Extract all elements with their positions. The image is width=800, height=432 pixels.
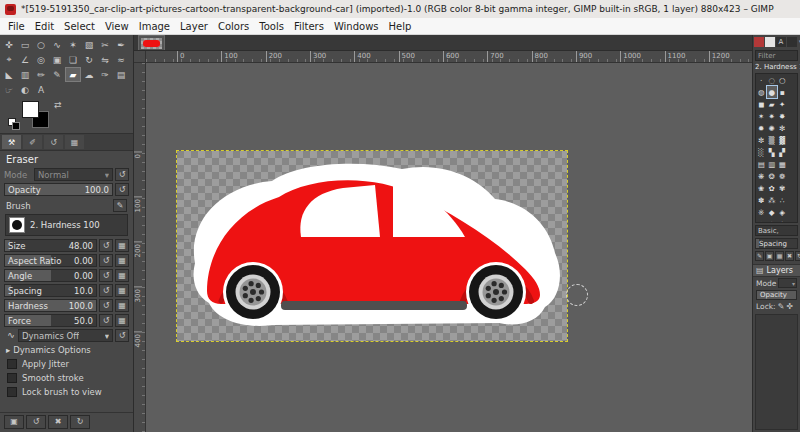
spacing-slider[interactable]: Spacing10.0 (4, 284, 97, 297)
size-reset-button[interactable]: ↺ (99, 239, 113, 252)
tool-move[interactable]: ✜ (1, 37, 17, 52)
brush-cell[interactable]: ❂ (767, 170, 778, 182)
dock-tab-gradients[interactable] (787, 37, 797, 47)
brush-cell[interactable]: ▦ (777, 158, 788, 170)
tool-scissors-select[interactable]: ✂ (97, 37, 113, 52)
tab-device-status[interactable]: ✐ (23, 135, 42, 149)
force-reset-button[interactable]: ↺ (99, 314, 113, 327)
brush-cell[interactable]: ◆ (767, 206, 778, 218)
size-slider[interactable]: Size48.00 (4, 239, 97, 252)
delete-preset-button[interactable]: ✖ (48, 415, 68, 429)
tool-color-picker[interactable]: ⌖ (1, 52, 17, 67)
delete-brush-button[interactable]: ✖ (785, 251, 794, 261)
brush-cell[interactable]: · (756, 74, 767, 86)
angle-reset-button[interactable]: ↺ (99, 269, 113, 282)
brush-cell[interactable]: ❀ (756, 182, 767, 194)
layers-tab[interactable]: ▤ Layers (753, 264, 800, 277)
refresh-brushes-button[interactable]: ↻ (795, 251, 800, 261)
brush-cell[interactable]: ❋ (756, 170, 767, 182)
menu-layer[interactable]: Layer (175, 20, 213, 33)
angle-slider[interactable]: Angle0.00 (4, 269, 97, 282)
force-slider[interactable]: Force50.0 (4, 314, 97, 327)
menu-file[interactable]: File (3, 20, 30, 33)
mode-reset-button[interactable]: ↺ (115, 168, 129, 181)
brush-cell[interactable]: ▤ (756, 158, 767, 170)
tool-select-by-color[interactable]: ▧ (81, 37, 97, 52)
tool-ellipse-select[interactable]: ○ (33, 37, 49, 52)
horizontal-ruler[interactable]: 0100200300400500600700800900100011001200 (146, 51, 752, 63)
foreground-color-swatch[interactable] (22, 101, 39, 118)
brush-cell[interactable]: ✹ (756, 122, 767, 134)
duplicate-brush-button[interactable]: ▦ (775, 251, 784, 261)
new-brush-button[interactable]: ▣ (765, 251, 774, 261)
size-link-button[interactable]: ▦ (115, 239, 129, 252)
tool-zoom[interactable]: ◎ (33, 52, 49, 67)
tool-paths[interactable]: ✒ (113, 37, 129, 52)
menu-image[interactable]: Image (134, 20, 175, 33)
tool-rectangle-select[interactable]: ▭ (17, 37, 33, 52)
lock-pixels-icon[interactable]: ✎ (778, 302, 785, 311)
tool-dodge-burn[interactable]: ◐ (17, 82, 33, 97)
tool-smudge[interactable]: ☞ (1, 82, 17, 97)
opacity-slider[interactable]: Opacity 100.0 (4, 183, 113, 196)
brush-cell[interactable]: ▞ (777, 146, 788, 158)
tool-airbrush[interactable]: ☁ (81, 67, 97, 82)
edit-brush-action-button[interactable]: ✎ (755, 251, 764, 261)
menu-select[interactable]: Select (59, 20, 100, 33)
brush-cell[interactable]: ▪ (777, 86, 788, 98)
mode-dropdown[interactable]: Normal ▾ (34, 168, 113, 181)
brush-cell[interactable]: ▰ (767, 98, 778, 110)
checkbox-apply-jitter[interactable]: Apply Jitter (0, 357, 133, 371)
edit-brush-button[interactable]: ✎ (113, 199, 127, 212)
reset-tool-button[interactable]: ↻ (70, 415, 90, 429)
tab-undo-history[interactable]: ↺ (44, 135, 63, 149)
canvas-tab[interactable] (138, 35, 165, 50)
brush-cell[interactable]: ✼ (756, 134, 767, 146)
restore-preset-button[interactable]: ↺ (26, 415, 46, 429)
menu-colors[interactable]: Colors (213, 20, 254, 33)
hardness-link-button[interactable]: ▦ (115, 299, 129, 312)
brush-cell[interactable]: ▒ (767, 134, 778, 146)
menu-tools[interactable]: Tools (254, 20, 289, 33)
save-preset-button[interactable]: ▣ (4, 415, 24, 429)
tool-fuzzy-select[interactable]: ✶ (65, 37, 81, 52)
brush-cell[interactable]: ░ (756, 146, 767, 158)
tool-eraser[interactable]: ▰ (65, 67, 81, 82)
tool-measure[interactable]: ∠ (17, 52, 33, 67)
canvas-viewport[interactable] (146, 63, 752, 432)
opacity-reset-button[interactable]: ↺ (115, 183, 129, 196)
aspect-ratio-slider[interactable]: Aspect Ratio0.00 (4, 254, 97, 267)
tool-crop[interactable]: ▣ (49, 52, 65, 67)
brush-cell[interactable]: ✾ (777, 182, 788, 194)
force-link-button[interactable]: ▦ (115, 314, 129, 327)
brush-spacing-slider[interactable]: Spacing (755, 238, 798, 249)
tool-gradient[interactable]: ▥ (17, 67, 33, 82)
hardness-reset-button[interactable]: ↺ (99, 299, 113, 312)
ruler-corner[interactable] (134, 51, 146, 63)
tool-bucket-fill[interactable]: ◣ (1, 67, 17, 82)
dynamics-dropdown[interactable]: Dynamics Off ▾ (18, 329, 113, 342)
checkbox-smooth-stroke[interactable]: Smooth stroke (0, 371, 133, 385)
spacing-link-button[interactable]: ▦ (115, 284, 129, 297)
brush-cell[interactable]: ✽ (756, 194, 767, 206)
brush-cell[interactable]: ✷ (767, 110, 778, 122)
lock-position-icon[interactable]: ✜ (786, 302, 793, 311)
brush-cell[interactable]: ▚ (767, 146, 778, 158)
brush-cell[interactable]: ◌ (767, 74, 778, 86)
layer-opacity-slider[interactable]: Opacity (756, 290, 797, 300)
brush-cell[interactable]: ✶ (756, 110, 767, 122)
brush-selector[interactable]: 2. Hardness 100 (5, 214, 128, 236)
tool-pencil[interactable]: ✏ (33, 67, 49, 82)
aspect-ratio-reset-button[interactable]: ↺ (99, 254, 113, 267)
menu-help[interactable]: Help (384, 20, 417, 33)
spacing-reset-button[interactable]: ↺ (99, 284, 113, 297)
swap-colors-icon[interactable]: ⇄ (54, 100, 62, 110)
brush-cell[interactable]: ❄ (777, 218, 788, 223)
brush-cell[interactable]: ▓ (777, 134, 788, 146)
brush-cell[interactable]: ✴ (756, 218, 767, 223)
brush-cell[interactable]: ◍ (756, 86, 767, 98)
brush-cell[interactable]: ◼ (756, 98, 767, 110)
dynamics-reset-button[interactable]: ↺ (115, 329, 129, 342)
brush-cell[interactable]: ✺ (767, 122, 778, 134)
brush-cell[interactable]: ∴ (777, 194, 788, 206)
